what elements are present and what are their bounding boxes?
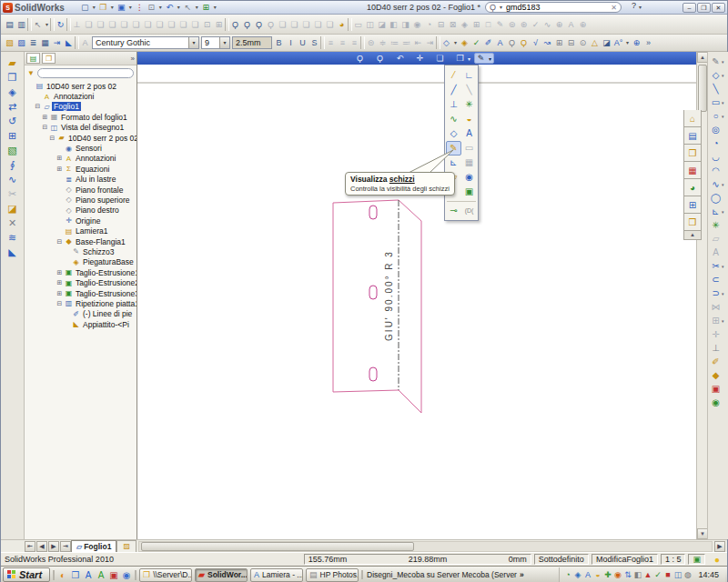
horizontal-scrollbar[interactable] xyxy=(138,541,713,552)
dropdown-icon[interactable]: ▾ xyxy=(194,1,200,14)
spline-icon[interactable]: ∿▾ xyxy=(710,177,727,191)
zoom-area-icon[interactable]: Ϙ xyxy=(241,18,253,31)
scroll-right-arrow[interactable]: ▶ xyxy=(714,541,725,552)
custom-properties-tab[interactable]: ⊞ xyxy=(683,196,702,214)
filter-funnel-icon[interactable]: ▼ xyxy=(27,69,35,77)
shaded-with-edges-icon[interactable]: ❏ xyxy=(312,18,324,31)
line-format-icon[interactable]: ▨ xyxy=(15,36,27,49)
alternate-position-icon[interactable]: ◈ xyxy=(459,18,470,31)
align-right-icon[interactable]: ≡ xyxy=(349,36,360,49)
tray-icon-1[interactable]: ◔ xyxy=(562,570,572,579)
wrap-text-icon[interactable]: ⊜ xyxy=(365,36,377,49)
surface-finish-icon[interactable]: ✓ xyxy=(530,18,541,31)
ql-media-player-icon[interactable]: ◉ xyxy=(121,570,132,580)
open-icon[interactable]: ❐ xyxy=(97,1,109,14)
tray-icon-9[interactable]: ▲ xyxy=(642,570,652,579)
save-icon[interactable]: ▣ xyxy=(116,1,127,14)
expand-toggle-icon[interactable]: ⊞ xyxy=(56,279,64,286)
select-icon[interactable]: ↖ xyxy=(182,1,194,14)
point-icon[interactable]: ✳ xyxy=(710,218,727,232)
toolbar-chevron[interactable]: » xyxy=(520,570,524,579)
note-tool-icon[interactable]: ◇ xyxy=(440,36,452,49)
xpress-products-icon[interactable]: ⋮ xyxy=(134,1,146,14)
move-entities-icon[interactable]: ✛ xyxy=(710,327,727,341)
maximize-button[interactable]: ❐ xyxy=(697,3,711,13)
search-icon[interactable]: Ϙ xyxy=(490,3,496,12)
ql-red-app-icon[interactable]: ▣ xyxy=(108,570,119,580)
drawing-canvas[interactable]: Ϙ Ϙ ↶ ✛ ❏ ❒▾ ✎▾ xyxy=(137,52,696,539)
note-icon[interactable]: ✎ xyxy=(494,18,506,31)
view-back-icon[interactable]: ❏ xyxy=(95,18,106,31)
zoom-in-out-icon[interactable]: Ϙ xyxy=(253,18,265,31)
add-sheet-tab[interactable]: ▨ xyxy=(116,540,136,552)
uppercase-icon[interactable]: A° xyxy=(612,36,624,49)
quick-snaps-icon[interactable]: ◆ xyxy=(710,368,727,382)
leader-icon[interactable]: ↝ xyxy=(541,36,553,49)
broken-out-section-icon[interactable]: ◔ xyxy=(423,18,435,31)
expand-toggle-icon[interactable]: ⊞ xyxy=(41,114,49,121)
vent-icon[interactable]: ≋ xyxy=(5,231,20,245)
ql-desktop-icon[interactable]: ❒ xyxy=(70,570,81,580)
weld-symbol-icon[interactable]: ∿ xyxy=(541,18,553,31)
tray-icon-7[interactable]: ⇅ xyxy=(622,570,632,579)
tree-item[interactable]: ▤ Lamiera1 xyxy=(25,226,136,236)
detail-view-icon[interactable]: ◉ xyxy=(411,18,423,31)
hem-icon[interactable]: ∮ xyxy=(5,158,20,172)
tray-icon-13[interactable]: ◍ xyxy=(682,570,693,579)
view-right-icon[interactable]: ❏ xyxy=(118,18,130,31)
task-lamiera-window[interactable]: A Lamiera - ... xyxy=(250,568,303,582)
unfold-icon[interactable]: ◪ xyxy=(5,202,20,216)
tree-item[interactable]: ◉ Sensori xyxy=(25,143,136,153)
search-clear-icon[interactable]: ✕ xyxy=(611,4,617,12)
dropdown-icon[interactable]: ▾ xyxy=(91,1,97,14)
dropdown-icon[interactable]: ▾ xyxy=(127,1,134,14)
first-sheet-button[interactable]: ⇤ xyxy=(25,541,35,552)
ql-outlook-icon[interactable]: ◐ xyxy=(57,570,68,580)
view-3d-sketches-icon[interactable]: ▭ xyxy=(461,141,477,156)
color-display-mode-icon[interactable]: ◣ xyxy=(63,36,75,49)
close-button[interactable]: ✕ xyxy=(712,3,725,13)
task-pane-home-tab[interactable]: ⌂ xyxy=(683,110,702,127)
tree-item[interactable]: ⊞ A Annotazioni xyxy=(25,154,136,164)
tree-item[interactable]: A Annotazioni xyxy=(25,91,136,101)
sketch-fillet-icon[interactable]: ⊾▾ xyxy=(710,205,727,218)
help-dropdown-icon[interactable]: ▾ xyxy=(637,1,643,14)
align-left-icon[interactable]: ≡ xyxy=(325,36,337,49)
dropdown-icon[interactable]: ▾ xyxy=(212,1,218,14)
shaded-icon[interactable]: ❏ xyxy=(324,18,336,31)
dropdown-icon[interactable]: ▾ xyxy=(109,1,116,14)
hole-table-icon[interactable]: ⊟ xyxy=(565,36,577,49)
offset-entities-icon[interactable]: ⊃▾ xyxy=(710,286,727,300)
expand-toggle-icon[interactable]: ⊞ xyxy=(56,166,64,173)
tree-item[interactable]: ⊞ ▣ Taglio-Estrusione3 xyxy=(25,288,136,298)
task-pane-scroll-up[interactable]: ▲ xyxy=(683,231,702,240)
tree-item[interactable]: ⊞ ▦ Formato del foglio1 xyxy=(25,112,136,122)
next-sheet-button[interactable]: ▶ xyxy=(48,541,59,552)
view-live-section-icon[interactable]: ▣ xyxy=(461,185,477,199)
file-explorer-tab[interactable]: ❐ xyxy=(683,145,702,162)
datum-feature-icon[interactable]: A xyxy=(565,18,577,31)
chevron-down-icon[interactable]: ▾ xyxy=(188,37,198,48)
previous-view-hud-icon[interactable]: ↶ xyxy=(394,53,412,64)
break-view-icon[interactable]: ⊟ xyxy=(435,18,447,31)
view-grid-icon[interactable]: ▦ xyxy=(461,156,477,170)
rectangle-icon[interactable]: ▭▾ xyxy=(710,95,727,109)
balloon-icon[interactable]: ⊚ xyxy=(506,18,518,31)
zoom-text-in-icon[interactable]: Ϙ xyxy=(506,36,518,49)
rip-icon[interactable]: ✂ xyxy=(5,187,20,201)
expand-toggle-icon[interactable]: ⊞ xyxy=(56,290,64,297)
view-dimetric-icon[interactable]: ❏ xyxy=(177,18,189,31)
repair-sketch-icon[interactable]: ✐ xyxy=(710,355,727,368)
line-thickness-icon[interactable]: ≣ xyxy=(27,36,39,49)
expand-toggle-icon[interactable]: ⊟ xyxy=(56,300,64,307)
slot-bottom[interactable] xyxy=(369,367,377,381)
font-color-icon[interactable]: A xyxy=(494,36,506,49)
view-sketch-relations-icon[interactable]: ⊾ xyxy=(446,156,461,170)
hidden-lines-visible-icon[interactable]: ❏ xyxy=(288,18,300,31)
wireframe-icon[interactable]: ❏ xyxy=(277,18,288,31)
closed-corner-icon[interactable]: ⊞ xyxy=(5,129,20,143)
view-palette-tab[interactable]: ▦ xyxy=(683,162,702,179)
slot-middle[interactable] xyxy=(369,286,377,299)
view-top-icon[interactable]: ❏ xyxy=(130,18,142,31)
text-icon[interactable]: A xyxy=(710,246,727,259)
